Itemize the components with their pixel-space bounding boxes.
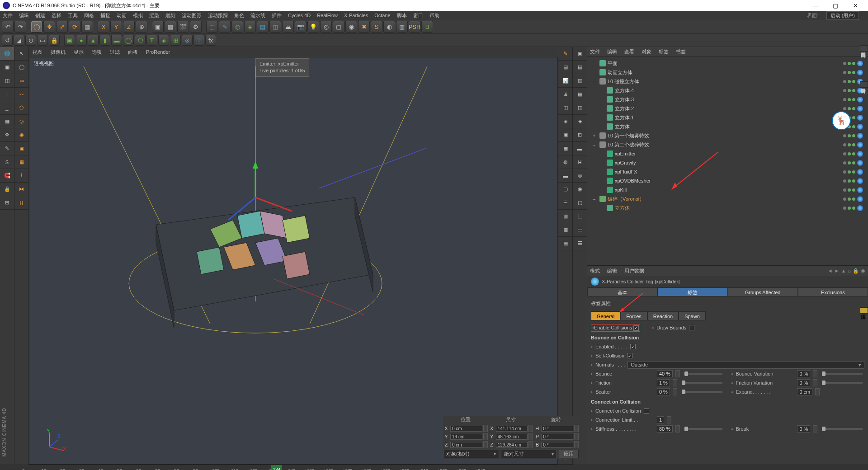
stats-icon[interactable]: 📊 bbox=[558, 74, 572, 88]
coord-sys[interactable]: ⊕ bbox=[136, 21, 147, 33]
objtab-edit[interactable]: 编辑 bbox=[607, 48, 617, 55]
menu-octane[interactable]: Octane bbox=[374, 13, 390, 18]
object-row[interactable]: – L0 第二个破碎特效 bbox=[588, 140, 867, 149]
stiffness-slider[interactable] bbox=[684, 428, 722, 430]
vtab-content-browser[interactable]: 内容浏览器 bbox=[860, 45, 868, 52]
bouncevar-slider[interactable] bbox=[822, 373, 863, 375]
object-row[interactable]: – L0 碰撞立方体 bbox=[588, 77, 867, 86]
wireframe-icon[interactable]: ⊞ bbox=[558, 88, 572, 101]
add-spline[interactable]: ✎ bbox=[219, 21, 231, 33]
rf-button[interactable]: ◐ bbox=[383, 21, 395, 33]
size-field[interactable]: 141.114 cm bbox=[496, 426, 528, 432]
menu-animate[interactable]: 动画 bbox=[117, 12, 127, 19]
playhead[interactable]: 134 bbox=[271, 465, 282, 470]
object-row[interactable]: – 破碎（Voronoi） bbox=[588, 194, 867, 203]
break-spinner[interactable] bbox=[813, 425, 817, 432]
scatter-slider[interactable] bbox=[682, 391, 722, 393]
render-pv[interactable]: 🎬 bbox=[177, 21, 189, 33]
view-a-icon[interactable]: ▥ bbox=[558, 210, 572, 223]
plane-icon[interactable]: ▬ bbox=[111, 35, 122, 46]
attr-subtab-general[interactable]: General bbox=[591, 311, 620, 320]
objtab-bookmarks[interactable]: 书签 bbox=[676, 48, 686, 55]
rot-field[interactable]: 0 ° bbox=[541, 442, 573, 448]
bodypaint-button[interactable]: B bbox=[421, 21, 433, 33]
break-slider[interactable] bbox=[822, 428, 863, 430]
vs-k-icon[interactable]: ◉ bbox=[573, 183, 587, 196]
convert-sel[interactable]: H bbox=[14, 196, 28, 210]
select-tool[interactable]: ◯ bbox=[31, 21, 42, 33]
xp-button[interactable]: ✖ bbox=[358, 21, 370, 33]
object-row[interactable]: 立方体.4 bbox=[588, 86, 867, 95]
layout-dropdown[interactable]: 启动 (用户) bbox=[826, 11, 859, 20]
axis-y[interactable]: Y bbox=[110, 21, 122, 33]
break-field[interactable]: 0 % bbox=[797, 425, 810, 432]
normals-dropdown[interactable]: Outside bbox=[627, 361, 864, 369]
menu-render[interactable]: 渲染 bbox=[149, 12, 159, 19]
nav-fwd-icon[interactable]: ► bbox=[835, 268, 840, 274]
bounce-slider[interactable] bbox=[684, 373, 722, 375]
subd-icon[interactable]: ◈ bbox=[158, 35, 169, 46]
content-button[interactable]: ▥ bbox=[396, 21, 408, 33]
bevel-button[interactable]: ◢ bbox=[14, 35, 24, 46]
octane-button[interactable]: ◉ bbox=[345, 21, 357, 33]
add-primitive[interactable]: ⬚ bbox=[206, 21, 218, 33]
render-view[interactable]: ▣ bbox=[152, 21, 164, 33]
object-row[interactable]: 立方体 bbox=[588, 122, 867, 131]
poly-mode[interactable]: ▦ bbox=[0, 115, 14, 128]
vs-f-icon[interactable]: ◈ bbox=[573, 115, 587, 128]
menu-mograph[interactable]: 运动图形 bbox=[182, 12, 202, 19]
attr-menu-mode[interactable]: 模式 bbox=[590, 268, 600, 274]
enabled-checkbox[interactable] bbox=[630, 344, 636, 349]
attr-tab-groups[interactable]: Groups Affected bbox=[728, 287, 798, 296]
tweak-mode[interactable]: ✎ bbox=[0, 142, 14, 155]
friction-slider[interactable] bbox=[682, 382, 722, 384]
attr-tab-tag[interactable]: 标签 bbox=[657, 287, 727, 296]
frictionvar-field[interactable]: 0 % bbox=[797, 379, 810, 386]
object-row[interactable]: 平面 bbox=[588, 59, 867, 68]
vmenu-prorender[interactable]: ProRender bbox=[146, 49, 170, 55]
menu-cycles4d[interactable]: Cycles 4D bbox=[288, 13, 311, 18]
lock-mode[interactable]: 🔒 bbox=[0, 183, 14, 196]
poly-select[interactable]: ⬠ bbox=[14, 101, 28, 115]
menu-sculpt[interactable]: 雕刻 bbox=[165, 12, 175, 19]
menu-help[interactable]: 帮助 bbox=[429, 12, 439, 19]
cone-icon[interactable]: ▲ bbox=[88, 35, 99, 46]
selfcol-checkbox[interactable] bbox=[627, 353, 632, 358]
cyl-icon[interactable]: ▮ bbox=[99, 35, 110, 46]
preview-button[interactable]: ▢ bbox=[333, 21, 344, 33]
size-field[interactable]: 129.284 cm bbox=[496, 442, 528, 448]
add-camera[interactable]: 📷 bbox=[295, 21, 307, 33]
path-select[interactable]: ⌇ bbox=[14, 169, 28, 183]
render-region[interactable]: ▦ bbox=[165, 21, 176, 33]
connlimit-spinner[interactable] bbox=[667, 416, 671, 423]
object-row[interactable]: xpKill bbox=[588, 185, 867, 194]
edge-mode[interactable]: ⎯ bbox=[0, 101, 14, 115]
vs-g-icon[interactable]: ⊞ bbox=[573, 128, 587, 142]
vmenu-options[interactable]: 选项 bbox=[92, 49, 102, 56]
vs-n-icon[interactable]: ☷ bbox=[573, 223, 587, 237]
vs-h-icon[interactable]: ▬ bbox=[573, 142, 587, 155]
attr-menu-edit[interactable]: 编辑 bbox=[607, 268, 617, 274]
object-row[interactable]: 立方体.2 bbox=[588, 104, 867, 113]
attr-tab-exclusions[interactable]: Exclusions bbox=[798, 287, 868, 296]
scatter-spinner[interactable] bbox=[673, 388, 677, 395]
object-tree[interactable]: 🦌 平面 动画立方体 – L0 碰撞立方体 立方体.4 立方体.3 立方体.2 bbox=[587, 57, 868, 265]
model-mode[interactable]: 🌐 bbox=[0, 47, 14, 61]
rotate-tool[interactable]: ⟳ bbox=[69, 21, 80, 33]
menu-realflow[interactable]: RealFlow bbox=[317, 13, 338, 18]
psr-button[interactable]: PSR bbox=[409, 21, 420, 33]
pos-field[interactable]: 0 cm bbox=[450, 426, 482, 432]
menu-mesh[interactable]: 网格 bbox=[84, 12, 94, 19]
menu-edit[interactable]: 编辑 bbox=[19, 12, 29, 19]
add-array[interactable]: ▤ bbox=[257, 21, 269, 33]
menu-character[interactable]: 角色 bbox=[234, 12, 244, 19]
nav-home-icon[interactable]: ⌂ bbox=[848, 268, 851, 274]
connect-checkbox[interactable] bbox=[644, 408, 649, 414]
fill-select[interactable]: ▦ bbox=[14, 155, 28, 169]
pos-field[interactable]: 19 cm bbox=[450, 434, 482, 440]
vtab-object-mgr[interactable]: 对象管理器 bbox=[860, 81, 868, 88]
bouncevar-field[interactable]: 0 % bbox=[797, 370, 810, 377]
attr-subtab-reaction[interactable]: Reaction bbox=[647, 311, 679, 320]
vs-l-icon[interactable]: ▢ bbox=[573, 196, 587, 210]
draw-bounds-checkbox[interactable] bbox=[689, 325, 694, 330]
